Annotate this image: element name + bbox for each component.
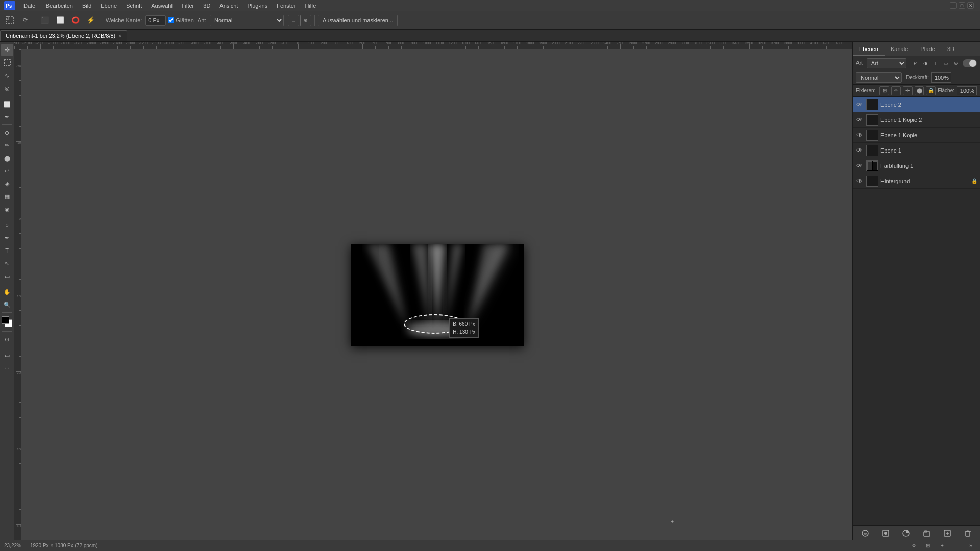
tool-lasso[interactable]: ∿ xyxy=(1,69,13,82)
tool-hand[interactable]: ✋ xyxy=(1,286,13,298)
new-sel-btn[interactable]: □ xyxy=(288,15,299,26)
filter-shape-btn[interactable]: ▭ xyxy=(941,59,950,68)
tool-stamp[interactable]: ⬤ xyxy=(1,152,13,164)
menu-plugins[interactable]: Plug-ins xyxy=(243,2,272,10)
layer-item-ebene1k2[interactable]: 👁 Ebene 1 Kopie 2 xyxy=(853,112,980,128)
tool-brush[interactable]: ✏ xyxy=(1,139,13,152)
menu-filter[interactable]: Filter xyxy=(178,2,198,10)
tool-magic-wand[interactable]: ⚡ xyxy=(84,14,97,27)
tool-type[interactable]: T xyxy=(1,244,13,257)
menu-fenster[interactable]: Fenster xyxy=(273,2,300,10)
layers-filter-select[interactable]: Art Name Effekt Modus Attribut Farbe xyxy=(867,58,906,68)
blend-mode-select[interactable]: Normal Auflösen Abdunkeln Multiplizieren… xyxy=(856,72,902,83)
lock-position-btn[interactable]: ✛ xyxy=(903,86,913,95)
tool-shape[interactable]: ▭ xyxy=(1,270,13,282)
layer-mask-btn[interactable] xyxy=(880,528,891,538)
select-mask-btn[interactable]: Auswählen und maskieren... xyxy=(318,15,398,26)
tool-marquee[interactable] xyxy=(1,57,13,69)
glatten-checkbox[interactable] xyxy=(168,17,174,23)
status-zoom-out-btn[interactable]: - xyxy=(951,541,962,550)
menu-3d[interactable]: 3D xyxy=(199,2,214,10)
tool-blur[interactable]: ◉ xyxy=(1,203,13,215)
filter-text-btn[interactable]: T xyxy=(931,59,940,68)
layer-visibility-farbfullung[interactable]: 👁 xyxy=(855,161,864,170)
tool-quick-mask[interactable]: ⊙ xyxy=(1,333,13,345)
tool-quick-select[interactable]: ◎ xyxy=(1,82,13,94)
layer-adj-btn[interactable] xyxy=(900,528,912,538)
color-selector[interactable] xyxy=(2,316,13,328)
window-close[interactable]: ✕ xyxy=(967,2,974,9)
tool-gradient[interactable]: ▦ xyxy=(1,190,13,203)
window-maximize[interactable]: □ xyxy=(959,2,965,9)
filter-pixel-btn[interactable]: P xyxy=(911,59,920,68)
filter-smart-btn[interactable]: ⊙ xyxy=(951,59,961,68)
tool-rect-sel[interactable]: ⬛ xyxy=(38,14,52,27)
tab-3d[interactable]: 3D xyxy=(941,43,961,56)
document-tab[interactable]: Unbenannt-1 bei 23,2% (Ebene 2, RGB/8/8)… xyxy=(0,30,127,41)
lock-artboard-btn[interactable]: ⬤ xyxy=(915,86,924,95)
tool-crop[interactable]: ⬜ xyxy=(1,98,13,110)
layer-name-ebene1k2: Ebene 1 Kopie 2 xyxy=(880,117,978,123)
status-more-btn[interactable]: » xyxy=(966,541,976,550)
filter-adj-btn[interactable]: ◑ xyxy=(921,59,930,68)
tab-close-btn[interactable]: × xyxy=(118,33,121,39)
menu-ansicht[interactable]: Ansicht xyxy=(215,2,242,10)
layer-group-btn[interactable] xyxy=(921,528,933,538)
layer-fx-btn[interactable]: fx xyxy=(860,528,871,538)
tool-more[interactable]: ··· xyxy=(1,362,13,374)
tool-heal[interactable]: ⊕ xyxy=(1,127,13,139)
tab-ebenen[interactable]: Ebenen xyxy=(853,43,885,56)
tool-move[interactable]: ✛ xyxy=(1,44,13,56)
tool-path-select[interactable]: ↖ xyxy=(1,257,13,269)
layer-item-ebene1[interactable]: 👁 Ebene 1 xyxy=(853,143,980,158)
tool-eyedrop[interactable]: ✒ xyxy=(1,111,13,123)
filter-toggle[interactable] xyxy=(963,59,977,67)
layer-visibility-hintergrund[interactable]: 👁 xyxy=(855,177,864,186)
layer-visibility-ebene1k2[interactable]: 👁 xyxy=(855,115,864,124)
tool-eraser[interactable]: ◈ xyxy=(1,178,13,190)
weiche-kante-input[interactable] xyxy=(145,15,166,26)
left-tools: ✛ ∿ ◎ ⬜ ✒ ⊕ ✏ ⬤ ↩ ◈ ▦ ◉ ○ ✒ T ↖ ▭ ✋ 🔍 xyxy=(0,42,14,540)
layer-item-ebene1k[interactable]: 👁 Ebene 1 Kopie xyxy=(853,128,980,143)
layer-thumb-hintergrund xyxy=(866,176,878,187)
lock-all-btn[interactable]: 🔒 xyxy=(926,86,936,95)
tool-zoom[interactable]: 🔍 xyxy=(1,298,13,311)
menu-schrift[interactable]: Schrift xyxy=(122,2,146,10)
tool-pen[interactable]: ✒ xyxy=(1,232,13,244)
layer-visibility-ebene1k[interactable]: 👁 xyxy=(855,131,864,140)
menu-datei[interactable]: Datei xyxy=(19,2,41,10)
tool-screen-mode[interactable]: ▭ xyxy=(1,349,13,361)
status-zoom-fit-btn[interactable]: ⊞ xyxy=(923,541,933,550)
lock-pixel-btn[interactable]: ✏ xyxy=(891,86,901,95)
add-sel-btn[interactable]: ⊕ xyxy=(300,15,311,26)
foreground-color[interactable] xyxy=(2,316,9,324)
tab-pfade[interactable]: Pfade xyxy=(914,43,941,56)
art-select[interactable]: Normal Zu Auswahl hinzufügen Von Auswahl… xyxy=(210,15,284,26)
status-settings-btn[interactable]: ⚙ xyxy=(909,541,919,550)
layer-item-ebene2[interactable]: 👁 Ebene 2 xyxy=(853,97,980,112)
layer-visibility-ebene2[interactable]: 👁 xyxy=(855,100,864,109)
menu-ebene[interactable]: Ebene xyxy=(96,2,121,10)
menu-hilfe[interactable]: Hilfe xyxy=(301,2,320,10)
window-minimize[interactable]: — xyxy=(950,2,957,9)
tab-kanale[interactable]: Kanäle xyxy=(885,43,914,56)
lock-transparent-btn[interactable]: ⊞ xyxy=(879,86,889,95)
layer-item-hintergrund[interactable]: 👁 Hintergrund 🔒 xyxy=(853,173,980,189)
tool-history[interactable]: ↩ xyxy=(1,165,13,177)
fill-input[interactable] xyxy=(957,86,977,95)
layer-delete-btn[interactable] xyxy=(962,528,973,538)
menu-bild[interactable]: Bild xyxy=(78,2,95,10)
tool-btn-1[interactable]: ⟳ xyxy=(18,14,32,27)
tool-lasso-sel[interactable]: ⭕ xyxy=(69,14,82,27)
menu-bearbeiten[interactable]: Bearbeiten xyxy=(42,2,77,10)
layer-new-btn[interactable] xyxy=(942,528,953,538)
tool-round-sel[interactable]: ⬜ xyxy=(54,14,67,27)
selection-tool-icon[interactable] xyxy=(3,14,16,27)
tool-dodge[interactable]: ○ xyxy=(1,219,13,231)
menu-auswahl[interactable]: Auswahl xyxy=(147,2,177,10)
status-zoom-in-btn[interactable]: + xyxy=(937,541,947,550)
canvas-scroll[interactable]: B: 660 Px H: 130 Px + xyxy=(22,49,852,540)
layer-item-farbfullung[interactable]: 👁 Farbfüllung 1 xyxy=(853,158,980,173)
layer-visibility-ebene1[interactable]: 👁 xyxy=(855,146,864,155)
opacity-input[interactable] xyxy=(931,72,951,83)
